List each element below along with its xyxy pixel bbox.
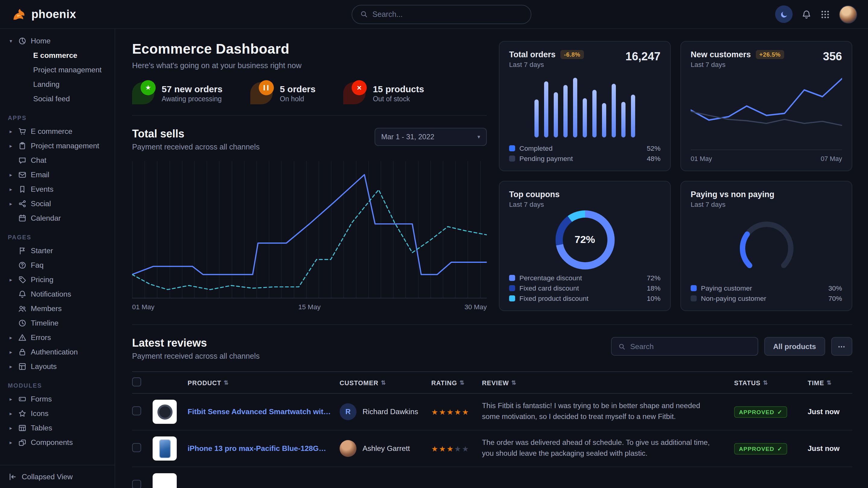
sidebar-item-layouts[interactable]: ▸ Layouts [0, 359, 115, 374]
card-title: Paying vs non paying [691, 190, 775, 199]
product-link[interactable]: iPhone 13 pro max-Pacific Blue-128GB sto… [188, 444, 340, 453]
column-label: TIME [808, 379, 824, 386]
caret-right-icon: ▸ [8, 363, 14, 369]
coupons-donut-chart: 72% [555, 210, 614, 269]
sort-status[interactable]: STATUS ⇅ [734, 379, 808, 386]
sort-time[interactable]: TIME ⇅ [808, 379, 852, 386]
star-filled-icon: ★ [462, 408, 470, 416]
legend-paying: Paying customer 30% [691, 285, 842, 292]
sidebar-item-social[interactable]: ▸ Social [0, 197, 115, 211]
card-period: Last 7 days [691, 61, 784, 68]
sidebar-item-label: Events [31, 185, 53, 194]
theme-toggle-button[interactable] [775, 5, 793, 23]
row-checkbox[interactable] [132, 443, 141, 452]
card-period: Last 7 days [509, 61, 584, 68]
caret-right-icon: ▸ [8, 440, 14, 446]
legend-swatch [509, 285, 515, 291]
sidebar-item-events[interactable]: ▸ Events [0, 182, 115, 197]
sidebar-item-email[interactable]: ▸ Email [0, 168, 115, 182]
sidebar-item-notifications[interactable]: Notifications [0, 287, 115, 301]
stat-out-of-stock: × 15 products Out of stock [343, 82, 424, 104]
time-cell: Just now [808, 444, 852, 453]
legend-label: Fixed product discount [519, 295, 588, 302]
sidebar-subitem-project-management[interactable]: Project management [0, 63, 115, 77]
sidebar-item-faq[interactable]: Faq [0, 258, 115, 272]
sidebar-item-pricing[interactable]: ▸ Pricing [0, 272, 115, 287]
sidebar-subitem-ecommerce[interactable]: E commerce [0, 48, 115, 63]
puzzle-icon [18, 438, 27, 447]
sidebar-item-timeline[interactable]: Timeline [0, 316, 115, 330]
x-tick: 01 May [691, 155, 712, 162]
caret-right-icon: ▸ [8, 201, 14, 207]
iphone-image [159, 439, 170, 458]
lock-icon [18, 348, 27, 356]
more-options-button[interactable]: ⋯ [831, 337, 852, 356]
card-title: Total orders [509, 50, 556, 59]
sidebar-subitem-social-feed[interactable]: Social feed [0, 92, 115, 106]
sidebar-subitem-landing[interactable]: Landing [0, 77, 115, 92]
smartwatch-image [157, 404, 172, 419]
caret-right-icon: ▸ [8, 425, 14, 431]
sort-review[interactable]: REVIEW ⇅ [482, 379, 734, 386]
sidebar-item-home[interactable]: ▾ Home [0, 34, 115, 48]
product-thumbnail[interactable] [153, 473, 177, 488]
sidebar-item-icons[interactable]: ▸ Icons [0, 406, 115, 421]
sidebar-item-label: Icons [31, 409, 49, 418]
product-thumbnail[interactable] [153, 436, 177, 461]
alert-icon [18, 333, 27, 342]
legend-label: Pending payment [519, 155, 573, 162]
sort-icon: ⇅ [381, 379, 386, 386]
row-checkbox[interactable] [132, 406, 141, 415]
reviews-search[interactable] [611, 337, 758, 356]
legend-value: 72% [647, 274, 660, 282]
sidebar-item-apps-ecommerce[interactable]: ▸ E commerce [0, 124, 115, 139]
customer-cell: Ashley Garrett [340, 440, 431, 457]
brand[interactable]: phoenix [11, 6, 76, 22]
trend-badge: +26.5% [756, 50, 784, 59]
order-bar [583, 99, 587, 137]
layout-icon [18, 362, 27, 371]
date-range-select[interactable]: Mar 1 - 31, 2022 ▾ [375, 128, 487, 146]
sidebar-item-label: Calendar [31, 214, 61, 223]
sidebar-item-members[interactable]: Members [0, 301, 115, 316]
product-thumbnail[interactable] [153, 400, 177, 424]
collapsed-view-toggle[interactable]: Collapsed View [0, 465, 115, 488]
latest-reviews-section: Latest reviews Payment received across a… [132, 325, 852, 488]
reviews-search-input[interactable] [630, 342, 751, 351]
star-filled-icon: ★ [447, 445, 454, 453]
sidebar-item-authentication[interactable]: ▸ Authentication [0, 345, 115, 359]
stat-caption: On hold [280, 95, 315, 102]
sidebar-item-apps-project-management[interactable]: ▸ Project management [0, 139, 115, 153]
legend-value: 52% [647, 145, 660, 152]
new-customers-x-axis: 01 May 07 May [691, 150, 842, 162]
user-avatar[interactable] [839, 5, 857, 23]
sort-product[interactable]: PRODUCT ⇅ [188, 379, 340, 386]
all-products-button[interactable]: All products [764, 337, 825, 356]
row-checkbox[interactable] [132, 480, 141, 488]
global-search-input[interactable] [372, 10, 523, 19]
sidebar-item-tables[interactable]: ▸ Tables [0, 421, 115, 435]
cart-icon [18, 127, 27, 136]
caret-down-icon: ▾ [8, 38, 14, 44]
kpi-cards: Total orders -6.8% Last 7 days 16,247 [499, 41, 852, 311]
sort-rating[interactable]: RATING ⇅ [431, 379, 482, 386]
status-label: APPROVED [739, 445, 774, 452]
sidebar-item-chat[interactable]: Chat [0, 153, 115, 168]
top-navbar: phoenix [0, 0, 868, 29]
apps-menu-button[interactable] [820, 9, 830, 19]
sidebar-item-forms[interactable]: ▸ Forms [0, 392, 115, 406]
caret-right-icon: ▸ [8, 396, 14, 402]
global-search[interactable] [351, 4, 531, 24]
sidebar-item-calendar[interactable]: Calendar [0, 211, 115, 225]
notifications-button[interactable] [802, 9, 811, 19]
customer-avatar: R [340, 403, 356, 420]
sidebar-item-components[interactable]: ▸ Components [0, 435, 115, 450]
sidebar-item-starter[interactable]: Starter [0, 243, 115, 258]
total-orders-card: Total orders -6.8% Last 7 days 16,247 [499, 41, 671, 171]
product-link[interactable]: Fitbit Sense Advanced Smartwatch with To… [188, 408, 340, 416]
column-label: CUSTOMER [340, 379, 378, 386]
sort-customer[interactable]: CUSTOMER ⇅ [340, 379, 431, 386]
sidebar-item-errors[interactable]: ▸ Errors [0, 330, 115, 345]
select-all-checkbox[interactable] [132, 378, 141, 386]
legend-label: Paying customer [701, 285, 752, 292]
